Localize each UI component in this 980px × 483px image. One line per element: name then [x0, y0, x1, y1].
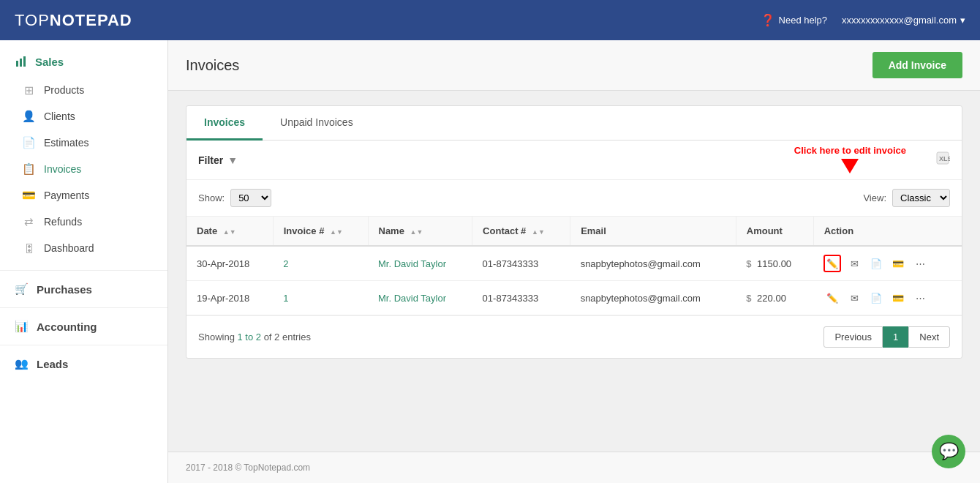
edit-button-1[interactable]: ✏️ [823, 255, 841, 272]
sidebar-item-products[interactable]: ⊞ Products [0, 77, 167, 103]
purchases-label: Purchases [37, 283, 92, 296]
invoices-label: Invoices [44, 163, 81, 175]
pdf-button-2[interactable]: 📄 [867, 289, 885, 307]
help-icon: ❓ [761, 13, 775, 27]
app-logo: TopNotepad [15, 11, 132, 30]
svg-rect-0 [16, 61, 18, 67]
cell-action-2: ✏️ ✉ 📄 💳 ⋯ [813, 281, 962, 315]
action-icons-1: ✏️ ✉ 📄 💳 ⋯ [823, 255, 951, 272]
cell-date-2: 19-Apr-2018 [186, 281, 273, 315]
refunds-icon: ⇄ [22, 215, 35, 228]
next-button[interactable]: Next [908, 326, 950, 348]
cell-action-1: ✏️ ✉ 📄 💳 ⋯ [813, 246, 962, 281]
invoices-icon: 📋 [22, 162, 35, 176]
sort-invoice-num[interactable]: ▲▼ [330, 228, 343, 236]
sidebar-item-leads[interactable]: 👥 Leads [0, 348, 167, 379]
sort-date[interactable]: ▲▼ [223, 228, 236, 236]
tabs-bar: Invoices Unpaid Invoices [186, 106, 962, 141]
page-header: Invoices Add Invoice [168, 40, 980, 91]
sort-contact[interactable]: ▲▼ [532, 228, 545, 236]
edit-button-2[interactable]: ✏️ [823, 289, 841, 307]
pagination-controls: Previous 1 Next [823, 326, 950, 348]
sidebar-item-purchases[interactable]: 🛒 Purchases [0, 274, 167, 304]
filter-label[interactable]: Filter ▼ [198, 154, 238, 166]
page-1-button[interactable]: 1 [883, 326, 908, 348]
amount-value-2: 220.00 [757, 293, 786, 304]
view-label: View: [863, 192, 886, 203]
content-area: Invoices Unpaid Invoices Filter ▼ [168, 91, 980, 452]
accounting-icon: 📊 [15, 320, 28, 333]
invoice-link-2[interactable]: 1 [283, 293, 288, 304]
cell-amount-1: $ 1150.00 [736, 246, 813, 281]
chat-icon: 💬 [939, 442, 959, 461]
estimates-icon: 📄 [22, 136, 35, 149]
cell-contact-2: 01-87343333 [472, 281, 570, 315]
sidebar-divider-2 [0, 307, 167, 308]
sort-name[interactable]: ▲▼ [410, 228, 423, 236]
payment-button-2[interactable]: 💳 [889, 289, 907, 307]
cell-invoice-1: 2 [273, 246, 368, 281]
estimates-label: Estimates [44, 137, 88, 149]
pdf-button-1[interactable]: 📄 [867, 255, 885, 272]
products-label: Products [44, 84, 84, 96]
clients-icon: 👤 [22, 110, 35, 123]
previous-button[interactable]: Previous [823, 326, 883, 348]
cell-email-2: snapbytephotos@gmail.com [570, 281, 736, 315]
cell-name-1: Mr. David Taylor [368, 246, 472, 281]
add-invoice-button[interactable]: Add Invoice [872, 52, 962, 78]
excel-export-icon[interactable]: XLS [935, 151, 950, 169]
need-help-link[interactable]: ❓ Need help? [761, 13, 828, 27]
name-link-2[interactable]: Mr. David Taylor [378, 293, 446, 304]
footer-text: 2017 - 2018 © TopNotepad.com [186, 463, 310, 473]
leads-icon: 👥 [15, 357, 28, 370]
user-email-menu[interactable]: xxxxxxxxxxxxx@gmail.com ▾ [842, 15, 965, 26]
cell-contact-1: 01-87343333 [472, 246, 570, 281]
invoice-link-1[interactable]: 2 [283, 258, 288, 269]
name-link-1[interactable]: Mr. David Taylor [378, 258, 446, 269]
refunds-label: Refunds [44, 216, 82, 228]
dashboard-label: Dashboard [44, 242, 94, 254]
cell-amount-2: $ 220.00 [736, 281, 813, 315]
svg-text:XLS: XLS [939, 155, 950, 162]
sidebar-sales-section: Sales ⊞ Products 👤 Clients 📄 Estimates 📋… [0, 40, 167, 267]
user-email-text: xxxxxxxxxxxxx@gmail.com [842, 15, 957, 26]
chat-bubble-button[interactable]: 💬 [932, 435, 965, 468]
show-control: Show: 50 10 25 100 [198, 189, 271, 207]
sidebar-item-sales[interactable]: Sales [0, 46, 167, 77]
annotation-text: Click here to edit invoice [794, 145, 906, 156]
currency-2: $ [746, 293, 751, 304]
app-header: TopNotepad ❓ Need help? xxxxxxxxxxxxx@gm… [0, 0, 980, 40]
cell-invoice-2: 1 [273, 281, 368, 315]
sidebar-item-accounting[interactable]: 📊 Accounting [0, 311, 167, 342]
more-button-1[interactable]: ⋯ [911, 255, 929, 272]
svg-rect-1 [20, 59, 22, 67]
cell-date-1: 30-Apr-2018 [186, 246, 273, 281]
col-contact: Contact # ▲▼ [472, 217, 570, 246]
sidebar-item-dashboard[interactable]: 🎛 Dashboard [0, 235, 167, 261]
sidebar-item-clients[interactable]: 👤 Clients [0, 103, 167, 130]
annotation-arrow [841, 159, 859, 173]
sidebar-item-payments[interactable]: 💳 Payments [0, 182, 167, 209]
page-title: Invoices [186, 57, 239, 74]
accounting-label: Accounting [37, 321, 97, 333]
range-link: 1 to 2 [237, 332, 261, 342]
header-right: ❓ Need help? xxxxxxxxxxxxx@gmail.com ▾ [761, 13, 965, 27]
svg-rect-2 [23, 56, 26, 67]
more-button-2[interactable]: ⋯ [911, 289, 929, 307]
col-name: Name ▲▼ [368, 217, 472, 246]
main-content: Invoices Add Invoice Invoices Unpaid Inv… [168, 40, 980, 483]
sidebar-item-estimates[interactable]: 📄 Estimates [0, 130, 167, 156]
show-select[interactable]: 50 10 25 100 [230, 189, 271, 207]
col-amount: Amount [736, 217, 813, 246]
purchases-icon: 🛒 [15, 282, 28, 296]
col-action: Action [813, 217, 962, 246]
sidebar-item-refunds[interactable]: ⇄ Refunds [0, 209, 167, 235]
sidebar-item-invoices[interactable]: 📋 Invoices [0, 156, 167, 182]
tab-unpaid-invoices[interactable]: Unpaid Invoices [263, 106, 371, 141]
payment-button-1[interactable]: 💳 [889, 255, 907, 272]
products-icon: ⊞ [22, 83, 35, 97]
email-button-1[interactable]: ✉ [845, 255, 863, 272]
email-button-2[interactable]: ✉ [845, 289, 863, 307]
tab-invoices[interactable]: Invoices [186, 106, 263, 141]
view-select[interactable]: Classic Modern [892, 189, 950, 207]
